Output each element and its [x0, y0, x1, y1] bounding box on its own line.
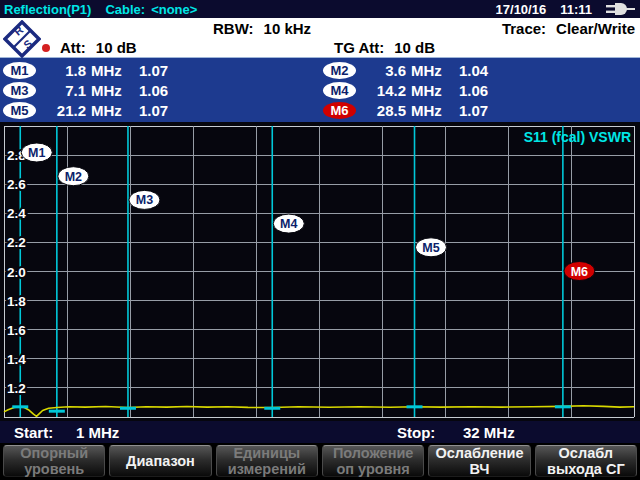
start-value: 1 MHz — [76, 424, 119, 441]
tg-att-value: 10 dB — [394, 39, 435, 56]
marker-unit-m1: MHz — [91, 62, 125, 79]
marker-badge-m2: M2 — [323, 62, 356, 79]
stop-label: Stop: — [397, 424, 435, 441]
marker-table-right-column: M2 3.6 MHz 1.04 M4 14.2 MHz 1.06 M6 28.5… — [320, 58, 640, 122]
marker-value-m2: 1.04 — [459, 62, 488, 79]
marker-trace-tick-m2 — [49, 410, 65, 413]
rohde-schwarz-logo-icon: R S — [3, 20, 41, 61]
marker-trace-tick-m4 — [264, 407, 280, 410]
cable-value: <none> — [151, 2, 197, 17]
marker-unit-m6: MHz — [411, 102, 445, 119]
marker-value-m5: 1.07 — [139, 102, 168, 119]
top-status-bar: Reflection(P1) Cable: <none> 17/10/16 11… — [0, 0, 640, 18]
marker-row-m3: M3 7.1 MHz 1.06 — [0, 80, 320, 100]
y-axis-tick-label: 2.6 — [7, 177, 26, 192]
marker-unit-m2: MHz — [411, 62, 445, 79]
marker-freq-m1: 1.8 — [36, 62, 86, 79]
start-label: Start: — [14, 424, 53, 441]
att-field: Att: 10 dB — [42, 39, 137, 56]
marker-freq-m3: 7.1 — [36, 82, 86, 99]
y-axis-tick-label: 2.4 — [7, 206, 26, 221]
marker-badge-label-m5: M5 — [422, 241, 439, 255]
marker-unit-m3: MHz — [91, 82, 125, 99]
marker-freq-m6: 28.5 — [356, 102, 406, 119]
marker-badge-m5: M5 — [3, 102, 36, 119]
marker-badge-m3: M3 — [3, 82, 36, 99]
y-axis-tick-label: 2.2 — [7, 235, 26, 250]
marker-row-m5: M5 21.2 MHz 1.07 — [0, 100, 320, 120]
rbw-label: RBW: — [213, 20, 254, 37]
date-value: 17/10/16 — [496, 2, 547, 17]
marker-value-m3: 1.06 — [139, 82, 168, 99]
trace-title: S11 (fcal) VSWR — [524, 129, 631, 145]
y-axis-tick-label: 1.6 — [7, 323, 26, 338]
marker-freq-m4: 14.2 — [356, 82, 406, 99]
softkey-ref-position[interactable]: Положение оп уровня — [322, 445, 424, 477]
marker-value-m6: 1.07 — [459, 102, 488, 119]
trace-mode-label: Trace: — [502, 20, 546, 37]
analyzer-screen: Reflection(P1) Cable: <none> 17/10/16 11… — [0, 0, 640, 480]
softkey-reference-level[interactable]: Опорный уровень — [3, 445, 105, 477]
tg-att-label: TG Att: — [334, 39, 384, 56]
marker-badge-m6: M6 — [323, 102, 356, 119]
stop-value: 32 MHz — [463, 424, 515, 441]
rbw-value: 10 kHz — [264, 20, 312, 37]
graph-canvas: 2.82.62.42.22.01.81.61.41.2M1M2M3M4M5M6 — [0, 122, 640, 421]
att-value: 10 dB — [96, 39, 137, 56]
softkey-rf-attenuation[interactable]: Ослабление ВЧ — [428, 445, 530, 477]
marker-value-m1: 1.07 — [139, 62, 168, 79]
frequency-range-bar: Start: 1 MHz Stop: 32 MHz — [0, 421, 640, 443]
marker-badge-m4: M4 — [323, 82, 356, 99]
marker-badge-label-m3: M3 — [136, 193, 153, 207]
marker-freq-m5: 21.2 — [36, 102, 86, 119]
trace-mode-field: Trace: Clear/Write — [502, 20, 635, 37]
y-axis-tick-label: 2.0 — [7, 265, 26, 280]
marker-table-left-column: M1 1.8 MHz 1.07 M3 7.1 MHz 1.06 M5 21.2 … — [0, 58, 320, 122]
y-axis-tick-label: 1.4 — [7, 352, 26, 367]
marker-unit-m5: MHz — [91, 102, 125, 119]
trace-mode-value: Clear/Write — [556, 20, 635, 37]
marker-badge-m1: M1 — [3, 62, 36, 79]
marker-row-m2: M2 3.6 MHz 1.04 — [320, 60, 640, 80]
cable-label: Cable: — [105, 2, 145, 17]
marker-value-m4: 1.06 — [459, 82, 488, 99]
vswr-graph: 2.82.62.42.22.01.81.61.41.2M1M2M3M4M5M6 … — [0, 122, 640, 421]
softkey-tg-output-att[interactable]: Ослабл выхода СГ — [535, 445, 637, 477]
marker-unit-m4: MHz — [411, 82, 445, 99]
y-axis-tick-label: 1.2 — [7, 381, 26, 396]
tg-att-field: TG Att: 10 dB — [334, 39, 435, 56]
y-axis-tick-label: 1.8 — [7, 294, 26, 309]
red-dot-icon — [42, 44, 50, 52]
ac-plug-icon — [606, 2, 636, 16]
marker-trace-tick-m3 — [120, 407, 136, 410]
rbw-field: RBW: 10 kHz — [213, 20, 311, 37]
marker-badge-label-m2: M2 — [65, 170, 82, 184]
measurement-header: R S RBW: 10 kHz Trace: Clear/Write Att: … — [0, 18, 640, 58]
marker-badge-label-m6: M6 — [571, 265, 588, 279]
marker-trace-tick-m6 — [555, 405, 571, 408]
marker-freq-m2: 3.6 — [356, 62, 406, 79]
softkey-bar: Опорный уровень Диапазон Единицы измерен… — [0, 443, 640, 480]
marker-badge-label-m4: M4 — [280, 217, 297, 231]
marker-row-m6: M6 28.5 MHz 1.07 — [320, 100, 640, 120]
marker-trace-tick-m5 — [407, 405, 423, 408]
marker-row-m4: M4 14.2 MHz 1.06 — [320, 80, 640, 100]
mode-title: Reflection(P1) — [4, 2, 91, 17]
marker-badge-label-m1: M1 — [28, 146, 45, 160]
marker-trace-tick-m1 — [12, 405, 28, 408]
att-label: Att: — [60, 39, 86, 56]
time-value: 11:11 — [560, 2, 592, 17]
marker-table: M1 1.8 MHz 1.07 M3 7.1 MHz 1.06 M5 21.2 … — [0, 58, 640, 122]
marker-row-m1: M1 1.8 MHz 1.07 — [0, 60, 320, 80]
softkey-range[interactable]: Диапазон — [109, 445, 211, 477]
softkey-units[interactable]: Единицы измерений — [216, 445, 318, 477]
